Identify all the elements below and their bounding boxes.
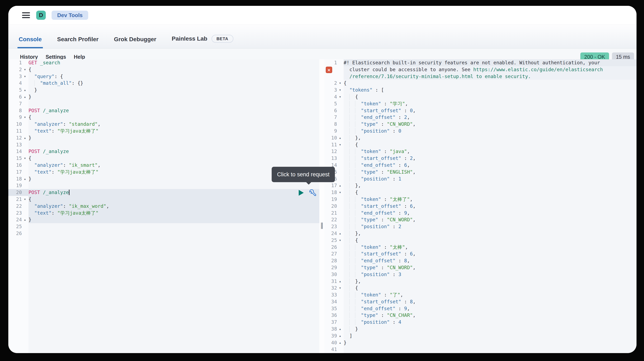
- line-number: 35: [324, 305, 337, 312]
- fold-spacer: [337, 210, 343, 216]
- fold-toggle-icon[interactable]: ▴: [22, 94, 28, 100]
- editor-line[interactable]: [28, 223, 319, 230]
- token: ,: [98, 162, 100, 168]
- fold-toggle-icon[interactable]: ▴: [337, 339, 343, 346]
- editor-line[interactable]: "analyzer": "ik_max_word",: [28, 203, 319, 210]
- response-line: {: [344, 94, 636, 100]
- editor-line[interactable]: POST /_analyze: [28, 148, 319, 155]
- editor-line[interactable]: POST /_analyze: [28, 107, 319, 114]
- fold-toggle-icon[interactable]: ▾: [337, 94, 343, 100]
- gutter-row: 13: [324, 155, 344, 162]
- token: ,: [413, 265, 416, 270]
- fold-spacer: [22, 189, 28, 196]
- editor-line[interactable]: GET _search: [28, 59, 319, 66]
- breadcrumb-dev-tools[interactable]: Dev Tools: [52, 11, 88, 20]
- fold-toggle-icon[interactable]: ▾: [22, 196, 28, 203]
- fold-toggle-icon[interactable]: ▾: [337, 285, 343, 291]
- fold-toggle-icon[interactable]: ▾: [22, 73, 28, 80]
- editor-line[interactable]: {: [28, 155, 319, 162]
- fold-toggle-icon[interactable]: ▾: [337, 237, 343, 244]
- wrench-icon[interactable]: [309, 189, 316, 197]
- menu-history[interactable]: History: [20, 54, 38, 60]
- line-number: 25: [8, 223, 22, 230]
- pane-resizer-handle[interactable]: ‖: [319, 221, 324, 229]
- token: [40, 190, 43, 195]
- token: ,: [413, 312, 416, 318]
- token: POST: [28, 190, 40, 195]
- tab-label: Grok Debugger: [114, 36, 156, 43]
- fold-toggle-icon[interactable]: ▾: [337, 141, 343, 148]
- menu-help[interactable]: Help: [74, 54, 85, 60]
- editor-line[interactable]: "analyzer": "standard",: [28, 121, 319, 128]
- fold-toggle-icon[interactable]: ▴: [22, 216, 28, 223]
- tab-grok-debugger[interactable]: Grok Debugger: [114, 36, 156, 48]
- editor-line[interactable]: [28, 100, 319, 107]
- indent-guide: [350, 189, 350, 195]
- token: [344, 108, 361, 113]
- fold-toggle-icon[interactable]: ▴: [337, 326, 343, 332]
- editor-line[interactable]: "match_all": {}: [28, 80, 319, 87]
- tab-console[interactable]: Console: [19, 36, 42, 48]
- editor-line[interactable]: [28, 182, 319, 189]
- editor-line[interactable]: {: [28, 114, 319, 121]
- fold-toggle-icon[interactable]: ▴: [22, 135, 28, 141]
- menu-icon[interactable]: [22, 12, 30, 18]
- token: ,: [407, 162, 410, 168]
- token: ,: [410, 197, 413, 202]
- editor-line[interactable]: }: [28, 87, 319, 94]
- editor-line[interactable]: [28, 141, 319, 148]
- tab-painless-lab[interactable]: Painless Lab BETA: [172, 35, 233, 48]
- token: "tokens": [350, 87, 372, 93]
- token: }: [28, 135, 32, 141]
- editor-line[interactable]: }: [28, 135, 319, 141]
- indent-guide: [355, 217, 355, 223]
- editor-line[interactable]: "text": "学习java太棒了": [28, 210, 319, 216]
- indent-guide: [350, 312, 350, 318]
- token: "type": [361, 312, 378, 318]
- line-number: 2: [324, 80, 337, 87]
- line-number: 32: [324, 285, 337, 291]
- fold-toggle-icon[interactable]: ▾: [337, 87, 343, 94]
- fold-toggle-icon[interactable]: ▾: [337, 80, 343, 87]
- fold-toggle-icon[interactable]: ▾: [22, 66, 28, 73]
- space-avatar[interactable]: D: [36, 11, 46, 20]
- fold-toggle-icon[interactable]: ▴: [337, 135, 343, 141]
- token: [344, 272, 361, 277]
- editor-line[interactable]: POST /_analyze: [28, 189, 319, 196]
- editor-line[interactable]: "text": "学习java太棒了": [28, 128, 319, 135]
- gutter-row: 4: [8, 80, 28, 87]
- token: "了": [390, 292, 400, 297]
- token: "position": [361, 272, 390, 277]
- response-line: "start_offset" : 2,: [344, 155, 636, 162]
- token: {: [344, 285, 358, 291]
- line-number: [324, 73, 337, 80]
- fold-toggle-icon[interactable]: ▾: [22, 155, 28, 162]
- send-request-button[interactable]: [299, 190, 304, 196]
- fold-toggle-icon[interactable]: ▴: [22, 87, 28, 94]
- line-number: 22: [324, 216, 337, 223]
- fold-toggle-icon[interactable]: ▾: [337, 189, 343, 196]
- fold-toggle-icon[interactable]: ▴: [22, 176, 28, 182]
- gutter-row: 34: [324, 298, 344, 305]
- editor-line[interactable]: {: [28, 196, 319, 203]
- pane-resizer[interactable]: ‖: [319, 59, 324, 353]
- fold-toggle-icon[interactable]: ▴: [337, 278, 343, 285]
- request-editor[interactable]: GET _search{ "query": { "match_all": {} …: [28, 59, 319, 353]
- fold-toggle-icon[interactable]: ▴: [337, 230, 343, 237]
- editor-line[interactable]: "query": {: [28, 73, 319, 80]
- editor-line[interactable]: {: [28, 66, 319, 73]
- fold-toggle-icon[interactable]: ▴: [337, 332, 343, 339]
- fold-toggle-icon[interactable]: ▾: [22, 114, 28, 121]
- gutter-row: 24▴: [8, 216, 28, 223]
- editor-line[interactable]: }: [28, 94, 319, 100]
- editor-line[interactable]: [28, 230, 319, 237]
- tab-search-profiler[interactable]: Search Profiler: [57, 36, 98, 48]
- editor-line[interactable]: }: [28, 216, 319, 223]
- response-line: "start_offset" : 6,: [344, 203, 636, 210]
- menu-settings[interactable]: Settings: [46, 54, 66, 60]
- fold-toggle-icon[interactable]: ▴: [337, 182, 343, 189]
- gutter-row: [324, 73, 344, 80]
- indent-guide: [350, 121, 350, 127]
- gutter-row: 4▾: [324, 94, 344, 100]
- fold-spacer: [337, 114, 343, 121]
